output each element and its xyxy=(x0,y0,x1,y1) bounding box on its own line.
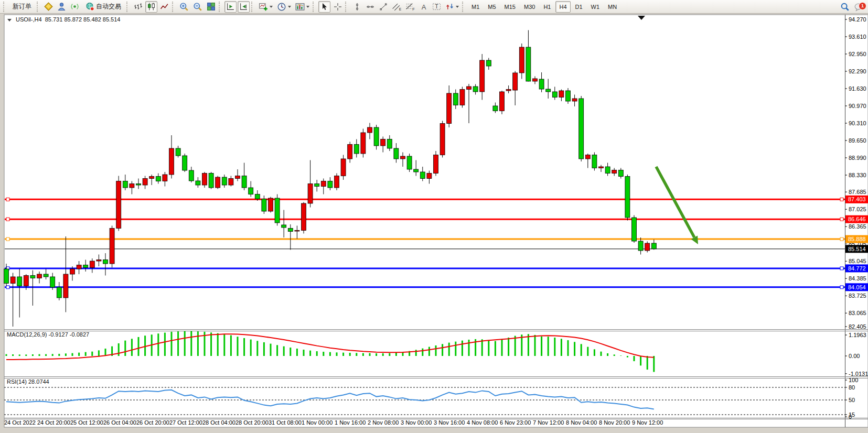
line-anchor[interactable] xyxy=(840,267,843,270)
line-anchor[interactable] xyxy=(6,218,9,221)
chart-shift-button[interactable] xyxy=(238,1,250,13)
chart-collapse-icon[interactable] xyxy=(7,19,12,21)
svg-text:6 Nov 23:00: 6 Nov 23:00 xyxy=(500,419,531,426)
timeframe-d1[interactable]: D1 xyxy=(572,1,586,13)
cursor-button[interactable] xyxy=(318,1,330,13)
templates-button[interactable] xyxy=(294,1,311,13)
line-anchor[interactable] xyxy=(840,286,843,289)
trend-line-icon xyxy=(379,3,388,11)
svg-text:F: F xyxy=(412,7,415,11)
fibonacci-button[interactable]: F xyxy=(404,1,416,13)
candlestick-chart-button[interactable] xyxy=(145,1,157,13)
line-anchor[interactable] xyxy=(6,198,9,201)
timeframe-mn[interactable]: MN xyxy=(604,1,620,13)
svg-text:9 Nov 12:00: 9 Nov 12:00 xyxy=(632,419,663,426)
svg-text:8 Nov 04:00: 8 Nov 04:00 xyxy=(566,419,597,426)
toolbar-grip[interactable] xyxy=(172,2,175,12)
notification-count-badge: 1 xyxy=(859,2,866,10)
horizontal-line-button[interactable] xyxy=(364,1,376,13)
search-icon xyxy=(840,2,850,12)
timeframe-w1[interactable]: W1 xyxy=(587,1,604,13)
svg-text:83.065: 83.065 xyxy=(849,310,866,316)
auto-scroll-button[interactable] xyxy=(224,1,237,13)
svg-text:90.970: 90.970 xyxy=(849,103,866,109)
svg-text:3 Nov 00:00: 3 Nov 00:00 xyxy=(401,419,432,426)
svg-text:93.610: 93.610 xyxy=(849,34,866,40)
new-order-button[interactable]: 新订单 xyxy=(9,1,35,13)
chart-canvas[interactable]: 94.27093.61092.95092.29091.63090.97090.3… xyxy=(0,0,868,433)
indicators-button[interactable] xyxy=(257,1,274,13)
market-watch-button[interactable] xyxy=(42,1,55,13)
line-anchor[interactable] xyxy=(6,237,9,241)
line-chart-button[interactable] xyxy=(158,1,170,13)
auto-trading-icon xyxy=(85,2,94,11)
fibonacci-icon: F xyxy=(405,2,415,11)
line-anchor[interactable] xyxy=(840,218,843,221)
crosshair-button[interactable] xyxy=(331,1,344,13)
svg-text:83.725: 83.725 xyxy=(849,293,866,299)
text-label-button[interactable]: T xyxy=(431,1,443,13)
svg-text:A: A xyxy=(421,3,426,10)
chart-shift-icon xyxy=(239,2,248,11)
crosshair-icon xyxy=(334,3,342,11)
search-button[interactable] xyxy=(839,1,851,13)
line-anchor[interactable] xyxy=(6,286,9,289)
timeframe-m15[interactable]: M15 xyxy=(501,1,519,13)
line-anchor[interactable] xyxy=(840,237,843,241)
accounts-icon xyxy=(57,2,66,11)
macd-indicator-label: MACD(12,26,9) -0.9127 -0.0827 xyxy=(7,331,89,338)
bar-chart-button[interactable] xyxy=(132,1,144,13)
templates-dropdown-caret[interactable] xyxy=(306,6,309,8)
toolbar-grip[interactable] xyxy=(313,2,316,12)
rsi-indicator-label: RSI(14) 28.0744 xyxy=(7,378,49,385)
toolbar-grip[interactable] xyxy=(462,2,465,12)
line-anchor[interactable] xyxy=(840,198,843,201)
zoom-in-button[interactable] xyxy=(178,1,190,13)
arrows-dropdown-caret[interactable] xyxy=(456,6,459,8)
svg-text:88.330: 88.330 xyxy=(849,172,866,178)
periods-button[interactable] xyxy=(275,1,293,13)
signals-button[interactable] xyxy=(69,1,81,13)
chart-symbol-period: USOil-,H4 xyxy=(16,16,42,23)
toolbar-grip[interactable] xyxy=(37,2,40,12)
zoom-out-button[interactable] xyxy=(191,1,204,13)
svg-text:90.310: 90.310 xyxy=(849,120,866,126)
svg-text:87.403: 87.403 xyxy=(848,196,866,202)
trend-line-button[interactable] xyxy=(377,1,389,13)
timeframe-m1[interactable]: M1 xyxy=(468,1,483,13)
toolbar-grip[interactable] xyxy=(251,2,254,12)
periods-dropdown-caret[interactable] xyxy=(288,6,291,8)
vertical-line-button[interactable] xyxy=(351,1,363,13)
toolbar-grip[interactable] xyxy=(3,2,6,12)
svg-text:T: T xyxy=(435,3,438,9)
arrows-button[interactable] xyxy=(444,1,460,13)
svg-text:4 Nov 08:00: 4 Nov 08:00 xyxy=(467,419,498,426)
timeframe-m30[interactable]: M30 xyxy=(520,1,539,13)
toolbar-grip[interactable] xyxy=(219,2,222,12)
notifications-button[interactable]: 1 xyxy=(852,1,865,13)
svg-text:8 Nov 20:00: 8 Nov 20:00 xyxy=(599,419,630,426)
accounts-button[interactable] xyxy=(56,1,68,13)
timeframe-m5[interactable]: M5 xyxy=(484,1,499,13)
svg-text:0.00: 0.00 xyxy=(849,353,860,359)
toolbar-grip[interactable] xyxy=(345,2,348,12)
timeframe-h1[interactable]: H1 xyxy=(540,1,554,13)
auto-trading-button[interactable]: 自动交易 xyxy=(82,1,125,13)
text-icon: A xyxy=(420,3,428,11)
chart-background xyxy=(4,15,868,427)
indicators-dropdown-caret[interactable] xyxy=(270,6,273,8)
macd-values: -0.9127 -0.0827 xyxy=(48,331,89,338)
svg-text:92.290: 92.290 xyxy=(849,68,866,74)
svg-text:E: E xyxy=(399,7,401,11)
text-button[interactable]: A xyxy=(417,1,430,13)
svg-text:-1.0131: -1.0131 xyxy=(849,371,868,377)
text-label-icon: T xyxy=(432,2,441,11)
candlestick-chart-icon xyxy=(147,2,156,11)
tile-windows-button[interactable] xyxy=(205,1,217,13)
svg-text:84.772: 84.772 xyxy=(848,265,866,272)
toolbar-grip[interactable] xyxy=(126,2,130,12)
svg-text:50: 50 xyxy=(849,397,855,403)
periods-icon xyxy=(277,2,286,12)
timeframe-h4[interactable]: H4 xyxy=(555,1,570,13)
equidistant-channel-button[interactable]: E xyxy=(390,1,403,13)
